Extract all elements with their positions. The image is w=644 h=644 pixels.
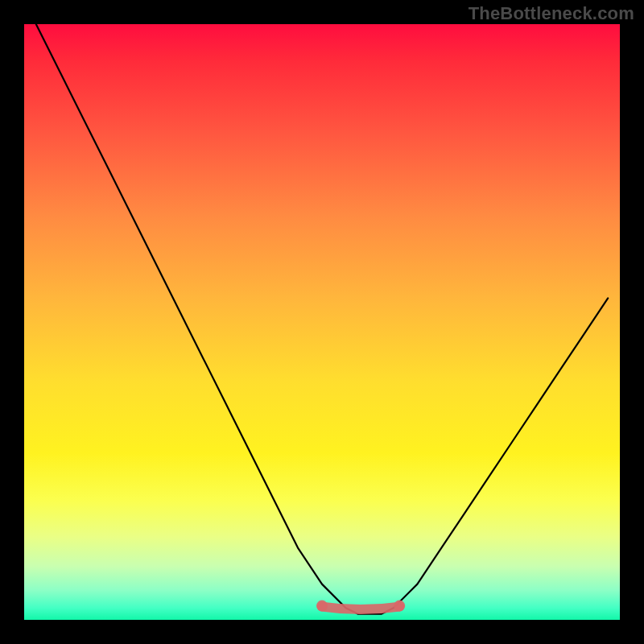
optimal-range-start-dot [316,601,328,612]
optimal-range-end-dot [394,601,405,612]
chart-frame: TheBottleneck.com [0,0,644,644]
chart-overlay [24,24,620,620]
plot-area [24,24,620,620]
optimal-range-highlight [322,607,399,610]
watermark-text: TheBottleneck.com [469,3,634,24]
bottleneck-curve [36,24,608,614]
